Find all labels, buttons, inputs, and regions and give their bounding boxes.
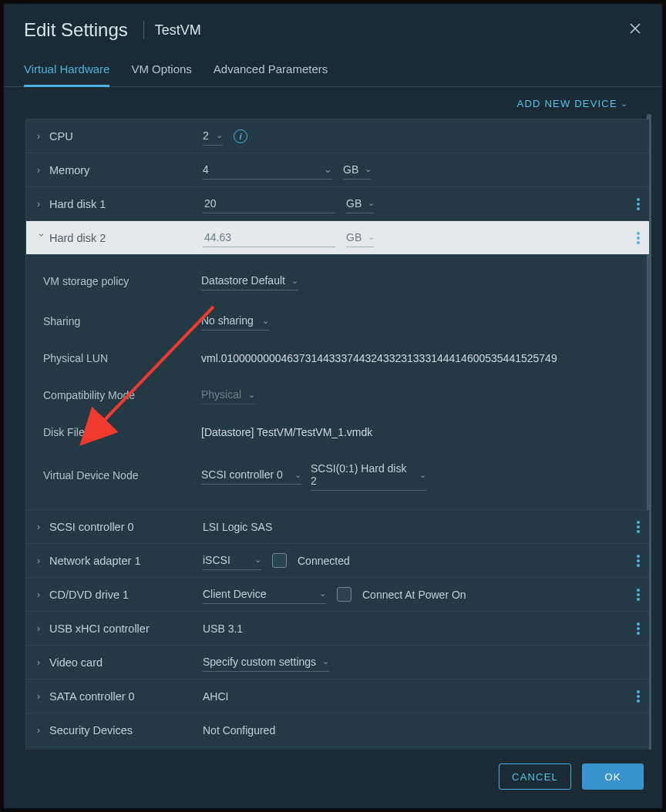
sec-label: Security Devices [49,724,133,737]
edit-settings-dialog: Edit Settings TestVM Virtual Hardware VM… [3,3,663,809]
chevron-down-icon: ⌄ [254,555,261,565]
row-video-card: › Video card Specify custom settings ⌄ [26,646,649,679]
title-divider [143,21,144,39]
tabs: Virtual Hardware VM Options Advanced Par… [4,62,662,87]
chevron-right-icon[interactable]: › [37,199,46,210]
row-cpu: › CPU 2 ⌄ i [26,119,649,153]
kebab-menu-icon[interactable] [637,589,640,601]
kebab-menu-icon[interactable] [637,555,640,567]
cpu-count-select[interactable]: 2 ⌄ [203,127,223,146]
network-select[interactable]: iSCSI ⌄ [203,552,261,570]
sharing-select[interactable]: No sharing ⌄ [201,312,269,331]
row-hd2-label: Hard disk 2 [49,232,106,244]
sata-value: AHCI [203,690,228,703]
row-security-devices: › Security Devices Not Configured [26,713,649,747]
chevron-right-icon[interactable]: › [37,165,46,176]
storage-policy-label: VM storage policy [37,275,201,287]
info-icon[interactable]: i [234,129,247,143]
sharing-label: Sharing [37,315,201,327]
chevron-down-icon: ⌄ [365,164,372,174]
storage-policy-select[interactable]: Datastore Default ⌄ [201,272,298,290]
kebab-menu-icon[interactable] [637,622,640,635]
row-hard-disk-1: › Hard disk 1 GB ⌄ [26,187,649,221]
scsi-label: SCSI controller 0 [49,521,134,533]
chevron-right-icon[interactable]: › [37,623,46,634]
memory-unit-select[interactable]: GB ⌄ [343,161,371,180]
chevron-right-icon[interactable]: › [37,657,46,668]
usb-value: USB 3.1 [203,622,243,635]
chevron-right-icon[interactable]: › [37,589,46,600]
row-memory: › Memory 4 ⌄ GB ⌄ [26,153,649,187]
add-new-device-button[interactable]: ADD NEW DEVICE ⌄ [517,98,628,109]
hd2-detail-panel: VM storage policy Datastore Default ⌄ Sh… [26,255,649,510]
chevron-down-icon[interactable]: › [36,233,47,243]
usb-label: USB xHCI controller [49,622,150,635]
connect-power-on-label: Connect At Power On [362,589,466,601]
hardware-list: › CPU 2 ⌄ i › Memory [25,119,650,750]
chevron-right-icon[interactable]: › [37,691,46,702]
cd-device-select[interactable]: Client Device ⌄ [203,586,326,604]
disk-file-label: Disk File [37,426,201,438]
chevron-right-icon[interactable]: › [37,555,46,566]
physical-lun-label: Physical LUN [37,352,201,364]
connected-checkbox[interactable] [272,553,287,568]
chevron-down-icon: ⌄ [291,276,298,286]
vdn-device-select[interactable]: SCSI(0:1) Hard disk 2 ⌄ [311,460,426,491]
dialog-header: Edit Settings TestVM [4,4,662,49]
chevron-right-icon[interactable]: › [37,131,46,142]
dialog-title: Edit Settings [24,19,128,41]
connected-label: Connected [298,555,350,567]
chevron-down-icon: ⌄ [324,163,332,175]
compat-mode-select: Physical ⌄ [201,386,255,404]
row-network-adapter: › Network adapter 1 iSCSI ⌄ Connected [26,544,649,578]
compat-mode-label: Compatibility Mode [37,389,201,401]
sata-label: SATA controller 0 [49,690,135,703]
vdn-controller-select[interactable]: SCSI controller 0 ⌄ [201,466,301,485]
kebab-menu-icon[interactable] [637,521,640,533]
hd1-unit-select[interactable]: GB ⌄ [346,195,374,213]
row-usb-controller: › USB xHCI controller USB 3.1 [26,612,649,646]
chevron-down-icon: ⌄ [319,589,326,599]
tab-advanced-parameters[interactable]: Advanced Parameters [214,62,328,86]
row-scsi-controller: › SCSI controller 0 LSI Logic SAS [26,510,649,544]
add-new-device-label: ADD NEW DEVICE [517,98,617,109]
cd-label: CD/DVD drive 1 [49,589,129,601]
row-other: › Other Additional Hardware [26,747,649,750]
video-label: Video card [49,656,103,669]
dialog-footer: CANCEL OK [4,750,662,808]
row-hd1-label: Hard disk 1 [49,198,106,210]
chevron-down-icon: ⌄ [368,198,375,208]
chevron-right-icon[interactable]: › [37,522,46,532]
row-cd-dvd-drive: › CD/DVD drive 1 Client Device ⌄ Connect… [26,578,649,612]
row-hard-disk-2: › Hard disk 2 GB ⌄ [26,221,649,255]
chevron-down-icon: ⌄ [248,390,255,400]
kebab-menu-icon[interactable] [637,690,640,703]
close-icon[interactable] [628,22,642,39]
chevron-down-icon: ⌄ [621,99,628,109]
ok-button[interactable]: OK [582,763,644,790]
connect-power-on-checkbox[interactable] [337,587,352,602]
hd2-size-input [203,229,335,247]
disk-file-value: [Datastore] TestVM/TestVM_1.vmdk [201,426,372,438]
vdn-label: Virtual Device Node [37,469,201,481]
row-memory-label: Memory [49,164,89,176]
sec-value: Not Configured [203,724,275,737]
chevron-down-icon: ⌄ [368,232,375,242]
net-label: Network adapter 1 [49,555,140,567]
tab-vm-options[interactable]: VM Options [131,62,191,86]
chevron-down-icon: ⌄ [262,316,269,326]
hd1-size-input[interactable] [203,195,335,213]
memory-value-input[interactable]: 4 ⌄ [203,161,332,180]
chevron-down-icon: ⌄ [294,470,301,480]
tab-virtual-hardware[interactable]: Virtual Hardware [24,62,109,87]
chevron-down-icon: ⌄ [216,130,223,140]
cancel-button[interactable]: CANCEL [499,763,571,790]
row-cpu-label: CPU [49,130,73,143]
scsi-value: LSI Logic SAS [203,521,272,533]
row-sata-controller: › SATA controller 0 AHCI [26,679,649,713]
kebab-menu-icon[interactable] [637,198,640,210]
chevron-right-icon[interactable]: › [37,725,46,736]
chevron-down-icon: ⌄ [322,656,329,666]
video-settings-select[interactable]: Specify custom settings ⌄ [203,653,329,672]
kebab-menu-icon[interactable] [637,232,640,244]
